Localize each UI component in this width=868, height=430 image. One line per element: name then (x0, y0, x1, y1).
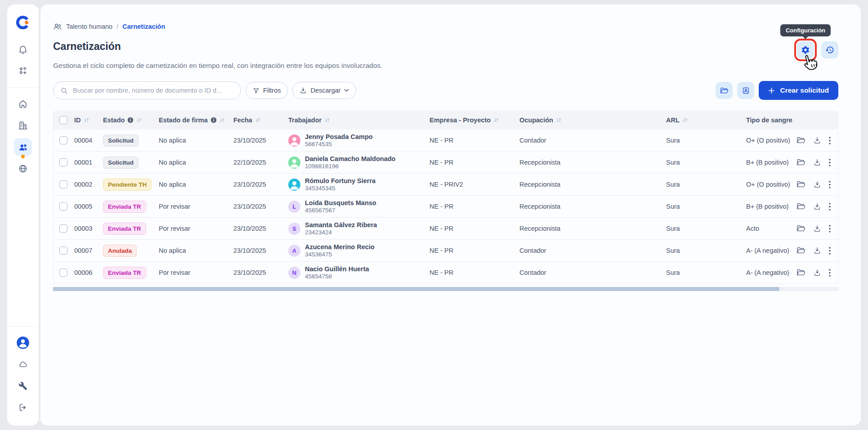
select-all-checkbox[interactable] (59, 116, 67, 124)
more-options-icon[interactable] (829, 203, 831, 211)
row-checkbox[interactable] (59, 246, 67, 255)
cell-fecha: 22/10/2025 (233, 159, 288, 166)
sidebar-item-home[interactable] (14, 95, 32, 113)
more-options-icon[interactable] (829, 247, 831, 255)
header-trabajador[interactable]: Trabajador (288, 116, 430, 124)
cell-ocupacion: Contador (519, 137, 666, 144)
header-tipo-sangre[interactable]: Tipo de sangre (746, 116, 796, 124)
download-row-icon[interactable] (813, 136, 821, 144)
open-folder-icon[interactable] (796, 269, 805, 277)
sidebar-item-globe[interactable] (14, 160, 32, 178)
table-row[interactable]: 00007 Anulada No aplica 23/10/2025 A Azu… (54, 240, 838, 262)
more-options-icon[interactable] (829, 225, 831, 233)
search-input[interactable] (72, 86, 234, 94)
header-empresa-proyecto[interactable]: Empresa - Proyecto (430, 116, 519, 124)
download-row-icon[interactable] (813, 202, 821, 211)
download-row-icon[interactable] (813, 180, 821, 188)
header-id[interactable]: ID (74, 116, 103, 124)
row-checkbox[interactable] (59, 224, 67, 233)
chevron-down-icon (344, 89, 349, 92)
breadcrumb-current[interactable]: Carnetización (122, 23, 165, 30)
apps-grid-icon[interactable] (14, 62, 32, 80)
table-row[interactable]: 00005 Enviada TR Por revisar 23/10/2025 … (54, 196, 838, 218)
download-row-icon[interactable] (813, 224, 821, 233)
user-avatar[interactable] (14, 334, 32, 352)
create-request-button[interactable]: Crear solicitud (759, 81, 838, 100)
row-checkbox[interactable] (59, 180, 67, 188)
cell-empresa-proyecto: NE - PR (430, 269, 519, 276)
header-label: Estado (103, 116, 125, 124)
cell-id: 00005 (74, 203, 103, 210)
more-options-icon[interactable] (829, 269, 831, 277)
cell-tipo-sangre: O+ (O positivo) (746, 181, 796, 188)
cell-id: 00004 (74, 137, 103, 144)
open-folder-icon[interactable] (796, 180, 805, 188)
download-row-icon[interactable] (813, 158, 821, 166)
id-card-button[interactable] (737, 82, 754, 99)
app-logo-icon[interactable] (14, 13, 32, 31)
worker-document: 45654758 (305, 273, 369, 281)
sidebar-item-companies[interactable] (14, 116, 32, 134)
tooltip: Configuración (780, 24, 831, 36)
worker-document: 23423424 (305, 229, 377, 237)
tools-wrench-icon[interactable] (14, 377, 32, 395)
open-folder-icon[interactable] (796, 246, 805, 255)
worker-name: Jenny Posada Campo (305, 133, 373, 141)
info-icon[interactable] (127, 117, 134, 123)
open-folder-icon[interactable] (796, 158, 805, 166)
sort-icon[interactable] (136, 117, 142, 123)
row-checkbox[interactable] (59, 202, 67, 211)
sort-icon[interactable] (682, 117, 688, 123)
download-row-icon[interactable] (813, 269, 821, 277)
table-row[interactable]: 00004 Solicitud No aplica 23/10/2025 Jen… (54, 130, 838, 152)
settings-gear-button[interactable] (797, 41, 814, 58)
filters-button[interactable]: Filtros (246, 82, 288, 99)
sidebar-item-talento-humano[interactable] (14, 138, 32, 156)
notifications-bell-icon[interactable] (14, 40, 32, 58)
sort-icon[interactable] (556, 117, 562, 123)
row-checkbox[interactable] (59, 136, 67, 144)
cloud-icon[interactable] (14, 355, 32, 373)
sort-icon[interactable] (84, 117, 89, 123)
sort-icon[interactable] (324, 117, 330, 123)
worker-name: Daniela Camacho Maldonado (305, 155, 395, 163)
requests-table: ID Estado Estado de firma Fecha Trabajad… (53, 111, 838, 284)
header-ocupacion[interactable]: Ocupación (519, 116, 666, 124)
cell-tipo-sangre: A- (A negativo) (746, 269, 796, 276)
sidebar-divider (7, 326, 39, 327)
download-button[interactable]: Descargar (292, 82, 356, 99)
status-badge: Enviada TR (103, 267, 146, 279)
breadcrumb-section[interactable]: Talento humano (66, 23, 112, 30)
row-actions (796, 224, 838, 233)
header-arl[interactable]: ARL (666, 116, 746, 124)
logout-icon[interactable] (14, 399, 32, 417)
horizontal-scrollbar-thumb[interactable] (53, 287, 779, 291)
table-row[interactable]: 00003 Enviada TR Por revisar 23/10/2025 … (54, 218, 838, 240)
table-row[interactable]: 00006 Enviada TR Por revisar 23/10/2025 … (54, 262, 838, 284)
sort-icon[interactable] (255, 117, 261, 123)
sort-icon[interactable] (219, 117, 225, 123)
table-row[interactable]: 00001 Solicitud No aplica 22/10/2025 Dan… (54, 152, 838, 174)
row-checkbox[interactable] (59, 158, 67, 166)
more-options-icon[interactable] (829, 159, 831, 166)
header-fecha[interactable]: Fecha (233, 116, 288, 124)
info-icon[interactable] (210, 117, 217, 123)
cell-ocupacion: Recepcionista (519, 225, 666, 232)
documents-folder-button[interactable] (716, 82, 733, 99)
download-row-icon[interactable] (813, 246, 821, 255)
table-row[interactable]: 00002 Pendiente TH No aplica 23/10/2025 … (54, 174, 838, 196)
header-estado[interactable]: Estado (103, 116, 159, 124)
create-request-label: Crear solicitud (780, 86, 829, 94)
open-folder-icon[interactable] (796, 136, 805, 144)
sort-icon[interactable] (493, 117, 499, 123)
row-checkbox[interactable] (59, 269, 67, 277)
more-options-icon[interactable] (829, 181, 831, 188)
horizontal-scrollbar[interactable] (53, 287, 838, 291)
header-estado-firma[interactable]: Estado de firma (159, 116, 233, 124)
more-options-icon[interactable] (829, 137, 831, 144)
status-badge: Anulada (103, 245, 137, 257)
history-button[interactable] (821, 41, 838, 58)
cell-estado-firma: No aplica (159, 137, 233, 144)
open-folder-icon[interactable] (796, 224, 805, 233)
open-folder-icon[interactable] (796, 202, 805, 211)
